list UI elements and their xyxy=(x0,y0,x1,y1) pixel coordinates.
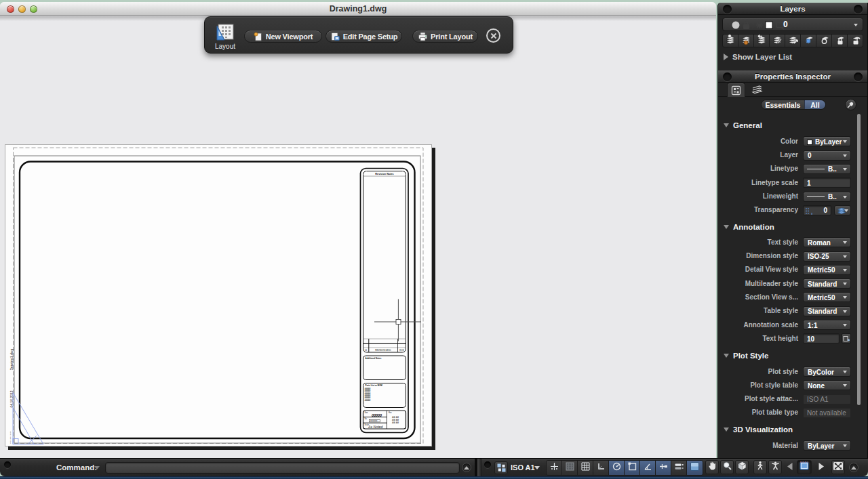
command-bar-knob xyxy=(4,461,11,468)
property-label: Color xyxy=(718,138,798,145)
grid-toggle[interactable] xyxy=(578,461,593,475)
printable-margin xyxy=(14,148,424,444)
Lineweight-dropdown[interactable]: B.. xyxy=(803,192,851,202)
section-header-general[interactable]: General xyxy=(724,121,762,130)
ortho-toggle[interactable] xyxy=(593,461,609,475)
property-label: Plot table type xyxy=(718,409,798,416)
orbit-icon xyxy=(737,461,747,474)
previous-layout-button[interactable] xyxy=(786,460,794,474)
transparency-toggle[interactable] xyxy=(687,461,703,475)
edit-page-setup-button[interactable]: Edit Page Setup xyxy=(326,30,402,43)
dropdown-caret-icon xyxy=(843,196,847,199)
steering-fly-button[interactable] xyxy=(768,460,782,474)
edit-page-setup-icon xyxy=(330,32,340,41)
polar-tracking-icon xyxy=(612,461,622,474)
print-layout-button[interactable]: Print Layout xyxy=(412,30,478,43)
margin-stamp-text: 04.10.2013 10:00 xyxy=(9,430,12,443)
property-label: Plot style attac... xyxy=(718,395,798,402)
Section View s...-dropdown[interactable]: Metric50 xyxy=(803,292,851,302)
section-header-plot[interactable]: Plot Style xyxy=(724,351,768,360)
grid-display-toggle[interactable] xyxy=(562,461,578,475)
steering-fly-icon xyxy=(770,461,781,474)
transparency-slider[interactable]: 0 xyxy=(803,205,831,215)
dynamic-input-icon xyxy=(674,461,684,474)
layout-paper-sheet[interactable]: Revision Notes01REVISION DESCECNAddition… xyxy=(5,144,432,446)
command-history-caret[interactable] xyxy=(94,466,100,470)
edit-page-setup-label: Edit Page Setup xyxy=(343,33,398,41)
tool-palette: Layers 0 xyxy=(717,3,868,458)
bar-grip xyxy=(477,459,481,477)
paper-size-dropdown[interactable]: ISO A1 xyxy=(511,463,535,472)
Annotation scale-dropdown[interactable]: 1:1 xyxy=(803,320,851,330)
zoom-button[interactable] xyxy=(720,460,734,474)
status-expand-button[interactable] xyxy=(849,463,859,472)
new-viewport-button[interactable]: New Viewport xyxy=(244,30,322,43)
property-row-lineweight: LineweightB.. xyxy=(718,190,863,204)
layout-paper-button[interactable] xyxy=(797,460,812,474)
color-swatch xyxy=(807,140,812,145)
Detail View style-dropdown[interactable]: Metric50 xyxy=(803,265,851,275)
transparency-dropdown[interactable] xyxy=(834,205,851,215)
property-label: Text height xyxy=(718,335,798,342)
angle-snap-toggle[interactable] xyxy=(640,461,656,475)
Material-dropdown[interactable]: ByLayer xyxy=(803,440,851,451)
dropdown-caret-icon xyxy=(843,384,847,387)
dynamic-input-toggle[interactable] xyxy=(671,461,687,475)
dropdown-caret-icon xyxy=(843,324,847,327)
section-header-viz[interactable]: 3D Visualization xyxy=(724,425,793,434)
dropdown-caret-icon xyxy=(843,444,847,447)
Text style-dropdown[interactable]: Roman xyxy=(803,237,851,247)
property-row-plot-style: Plot styleByColor xyxy=(718,365,863,379)
margin-filename-text: Drawing1.dwg xyxy=(9,348,14,370)
polar-tracking-toggle[interactable] xyxy=(609,461,625,475)
property-row-multileader-style: Multileader styleStandard xyxy=(718,277,863,291)
maximize-viewport-button[interactable] xyxy=(831,460,845,474)
section-header-annotation[interactable]: Annotation xyxy=(724,222,774,232)
collapse-triangle-icon xyxy=(724,354,729,358)
viewport-grid-button[interactable] xyxy=(494,461,508,474)
command-expand-button[interactable] xyxy=(462,463,471,472)
properties-scrollbar[interactable] xyxy=(857,114,861,405)
dropdown-caret-icon xyxy=(843,296,847,299)
paper-size-caret[interactable] xyxy=(534,466,540,470)
slider-marks-icon xyxy=(805,207,816,215)
Linetype-dropdown[interactable]: B.. xyxy=(803,164,851,174)
Multileader style-dropdown[interactable]: Standard xyxy=(803,278,851,289)
steering-walk-button[interactable] xyxy=(753,460,767,474)
next-layout-button[interactable] xyxy=(817,460,825,474)
snap-tracking-toggle[interactable] xyxy=(656,461,671,475)
dropdown-caret-icon xyxy=(843,255,847,258)
dropdown-caret-icon xyxy=(843,310,847,313)
property-label: Transparency xyxy=(718,206,798,213)
color-dropdown[interactable]: ByLayer xyxy=(803,136,851,146)
ortho-icon xyxy=(596,461,606,474)
pick-text-height-button[interactable] xyxy=(842,333,851,343)
close-toolbar-button[interactable] xyxy=(486,28,500,43)
properties-rows: GeneralColorByLayerLayer0LinetypeB..Line… xyxy=(718,3,863,458)
Linetype scale-input[interactable]: 1 xyxy=(803,178,851,188)
command-input[interactable] xyxy=(105,462,460,474)
Plot style-dropdown[interactable]: ByColor xyxy=(803,367,851,377)
property-label: Material xyxy=(718,442,798,449)
property-label: Layer xyxy=(718,151,798,159)
snap-toggle[interactable] xyxy=(547,461,562,475)
drawing-canvas[interactable]: Revision Notes01REVISION DESCECNAddition… xyxy=(0,16,716,458)
svg-text:As Noted: As Noted xyxy=(368,425,383,429)
Layer-dropdown[interactable]: 0 xyxy=(803,150,851,161)
svg-text:REVISION DESC: REVISION DESC xyxy=(375,349,391,352)
snap-icon xyxy=(549,461,559,474)
object-snap-toggle[interactable] xyxy=(625,461,640,475)
pan-button[interactable] xyxy=(705,460,719,474)
pan-icon xyxy=(707,461,717,474)
Plot style attac...-input: ISO A1 xyxy=(803,394,851,404)
property-row-annotation-scale: Annotation scale1:1 xyxy=(718,318,863,332)
orbit-button[interactable] xyxy=(735,460,749,474)
svg-text:00000: 00000 xyxy=(372,413,382,417)
svg-text:#####: ##### xyxy=(365,398,371,401)
Dimension style-dropdown[interactable]: ISO-25 xyxy=(803,251,851,262)
Text height-input[interactable]: 10 xyxy=(803,333,840,343)
dropdown-caret-icon xyxy=(843,371,847,373)
Plot style table-dropdown[interactable]: None xyxy=(803,380,851,390)
Table style-dropdown[interactable]: Standard xyxy=(803,306,851,316)
previous-layout-icon xyxy=(787,461,793,474)
